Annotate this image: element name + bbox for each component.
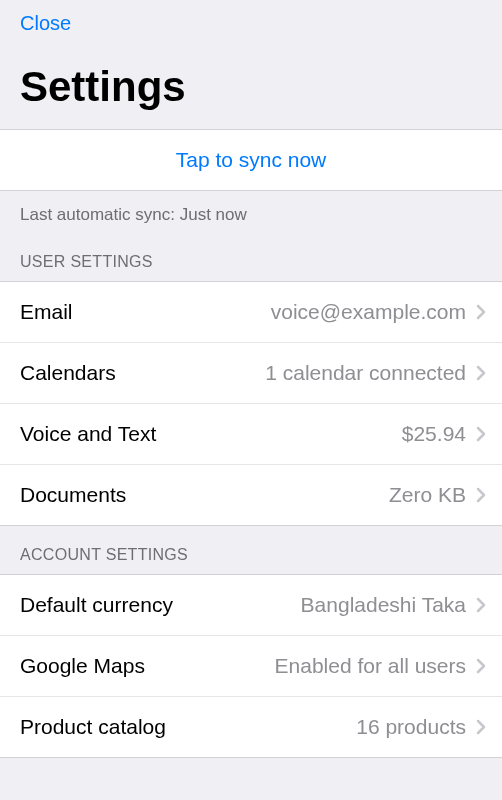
sync-now-button[interactable]: Tap to sync now xyxy=(0,129,502,191)
list-item-voice-text[interactable]: Voice and Text $25.94 xyxy=(0,404,502,465)
user-settings-list: Email voice@example.com Calendars 1 cale… xyxy=(0,281,502,526)
list-item-documents[interactable]: Documents Zero KB xyxy=(0,465,502,525)
item-value: voice@example.com xyxy=(73,300,476,324)
list-item-product-catalog[interactable]: Product catalog 16 products xyxy=(0,697,502,757)
section-header-user: USER SETTINGS xyxy=(0,233,502,281)
section-header-account: ACCOUNT SETTINGS xyxy=(0,526,502,574)
page-title: Settings xyxy=(0,41,502,129)
item-value: Zero KB xyxy=(126,483,476,507)
item-label: Default currency xyxy=(20,593,173,617)
chevron-right-icon xyxy=(476,304,486,320)
item-label: Documents xyxy=(20,483,126,507)
chevron-right-icon xyxy=(476,426,486,442)
list-item-google-maps[interactable]: Google Maps Enabled for all users xyxy=(0,636,502,697)
item-value: $25.94 xyxy=(156,422,476,446)
chevron-right-icon xyxy=(476,597,486,613)
item-label: Email xyxy=(20,300,73,324)
list-item-email[interactable]: Email voice@example.com xyxy=(0,282,502,343)
chevron-right-icon xyxy=(476,719,486,735)
list-item-default-currency[interactable]: Default currency Bangladeshi Taka xyxy=(0,575,502,636)
header-bar: Close xyxy=(0,0,502,41)
chevron-right-icon xyxy=(476,487,486,503)
item-value: Bangladeshi Taka xyxy=(173,593,476,617)
item-value: 1 calendar connected xyxy=(116,361,476,385)
item-label: Google Maps xyxy=(20,654,145,678)
chevron-right-icon xyxy=(476,365,486,381)
list-item-calendars[interactable]: Calendars 1 calendar connected xyxy=(0,343,502,404)
sync-now-label: Tap to sync now xyxy=(176,148,327,171)
account-settings-list: Default currency Bangladeshi Taka Google… xyxy=(0,574,502,758)
close-button[interactable]: Close xyxy=(20,12,71,34)
item-value: 16 products xyxy=(166,715,476,739)
last-sync-status: Last automatic sync: Just now xyxy=(0,191,502,233)
item-label: Calendars xyxy=(20,361,116,385)
chevron-right-icon xyxy=(476,658,486,674)
item-label: Voice and Text xyxy=(20,422,156,446)
item-value: Enabled for all users xyxy=(145,654,476,678)
item-label: Product catalog xyxy=(20,715,166,739)
